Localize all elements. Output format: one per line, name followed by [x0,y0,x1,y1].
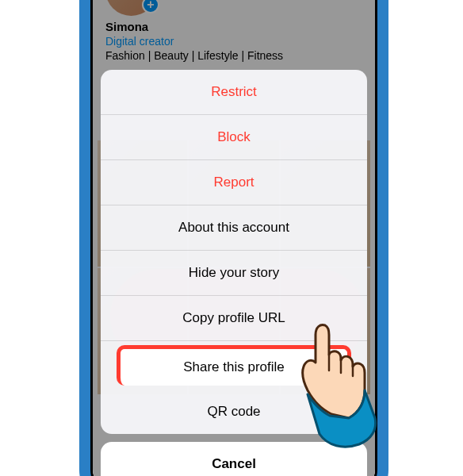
copy-url-button[interactable]: Copy profile URL [101,296,367,341]
cancel-button[interactable]: Cancel [101,442,367,476]
action-sheet: Restrict Block Report About this account… [101,70,367,476]
report-button[interactable]: Report [101,160,367,205]
phone-screen: + Simona Digital creator Fashion | Beaut… [93,0,375,476]
restrict-button[interactable]: Restrict [101,70,367,115]
block-button[interactable]: Block [101,115,367,160]
about-account-button[interactable]: About this account [101,205,367,251]
qr-code-button[interactable]: QR code [101,390,367,434]
phone-frame: + Simona Digital creator Fashion | Beaut… [79,0,388,476]
hide-story-button[interactable]: Hide your story [101,251,367,296]
share-profile-button[interactable]: Share this profile [117,345,351,386]
